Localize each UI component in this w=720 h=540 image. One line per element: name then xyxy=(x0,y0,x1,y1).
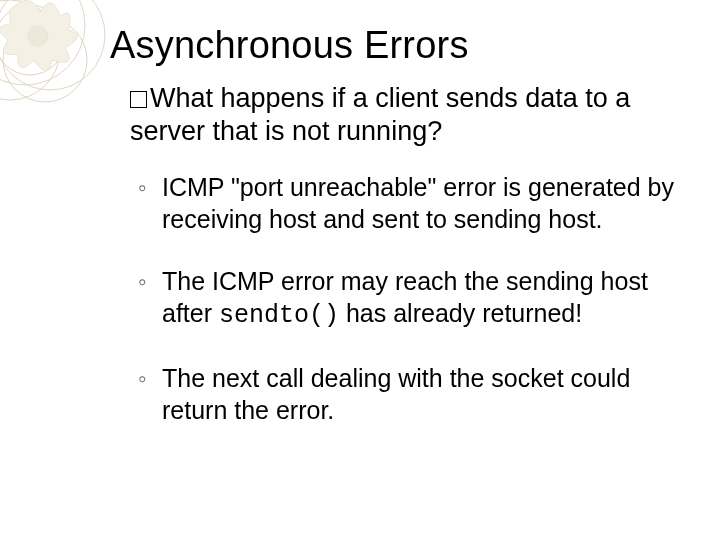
bullet-item: ICMP "port unreachable" error is generat… xyxy=(138,171,684,235)
bullet-text: The next call dealing with the socket co… xyxy=(162,364,630,424)
bullet-item: The next call dealing with the socket co… xyxy=(138,362,684,426)
bullet-text: ICMP "port unreachable" error is generat… xyxy=(162,173,674,233)
bullet-item: The ICMP error may reach the sending hos… xyxy=(138,265,684,332)
code-token: sendto() xyxy=(219,301,339,330)
bullet-text-post: has already returned! xyxy=(339,299,582,327)
question-text-start: What xyxy=(150,83,213,113)
bullet-list: ICMP "port unreachable" error is generat… xyxy=(138,171,684,426)
slide-title: Asynchronous Errors xyxy=(110,24,684,68)
main-question: What happens if a client sends data to a… xyxy=(130,82,684,150)
slide-content: Asynchronous Errors What happens if a cl… xyxy=(0,0,720,540)
checkbox-bullet-icon xyxy=(130,91,147,108)
